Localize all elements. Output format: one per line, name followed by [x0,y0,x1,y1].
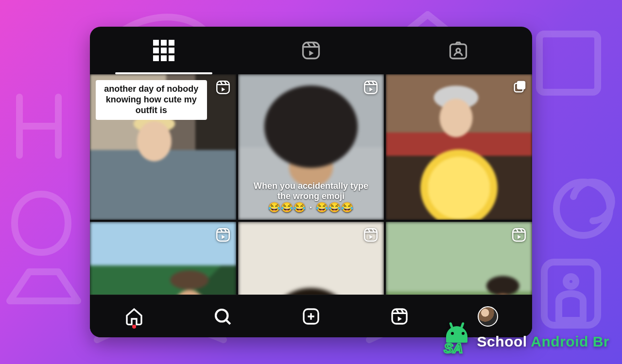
post-caption-overlay: When you accidentally type the wrong emo… [253,181,370,213]
svg-rect-2 [544,262,598,325]
post-thumbnail[interactable]: another day of nobody knowing how cute m… [90,74,236,220]
svg-rect-16 [392,309,407,324]
post-caption-overlay: another day of nobody knowing how cute m… [96,80,207,120]
svg-rect-8 [365,81,378,94]
home-icon [124,307,144,326]
profile-content-tabs [90,27,532,74]
plus-square-icon [301,307,321,326]
post-thumbnail[interactable] [90,222,236,295]
search-icon [212,306,233,327]
nav-home[interactable] [90,295,178,337]
reels-badge-icon [215,79,231,98]
svg-rect-0 [539,34,598,92]
tab-reels[interactable] [237,27,384,74]
reels-badge-icon [363,227,379,245]
svg-rect-5 [450,44,466,58]
nav-search[interactable] [178,295,267,337]
bottom-nav [90,295,532,337]
post-thumbnail[interactable] [238,222,384,295]
profile-avatar-icon [478,306,498,327]
nav-create[interactable] [267,295,355,337]
app-screenshot: another day of nobody knowing how cute m… [90,27,532,337]
reels-badge-icon [215,227,231,245]
svg-rect-12 [365,229,378,241]
post-thumbnail[interactable] [386,222,532,295]
svg-rect-11 [217,229,229,241]
nav-profile[interactable] [444,295,532,337]
tab-tagged[interactable] [385,27,532,74]
reels-badge-icon [363,79,379,98]
svg-point-3 [566,277,576,286]
notification-dot-icon [132,325,136,329]
tagged-icon [448,40,469,61]
svg-rect-7 [217,81,229,94]
post-thumbnail[interactable]: When you accidentally type the wrong emo… [238,74,384,220]
reels-icon [300,40,322,61]
svg-rect-9 [517,81,526,90]
svg-point-1 [556,182,610,235]
post-thumbnail[interactable] [386,74,532,220]
svg-rect-13 [513,229,525,241]
reels-icon [390,307,409,326]
grid-icon [153,40,174,61]
nav-reels[interactable] [355,295,444,337]
post-grid: another day of nobody knowing how cute m… [90,74,532,295]
carousel-badge-icon [513,79,527,96]
svg-rect-4 [303,43,319,59]
tab-grid[interactable] [90,27,237,74]
reels-badge-icon [511,227,527,245]
svg-point-14 [216,310,228,322]
